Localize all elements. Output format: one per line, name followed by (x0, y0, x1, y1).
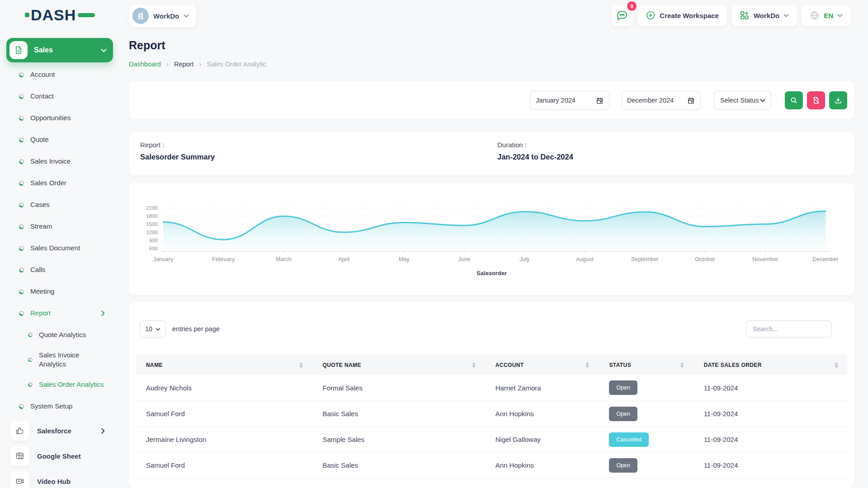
sidebar-app-salesforce[interactable]: Salesforce (6, 418, 113, 443)
google-sheet-tile (10, 446, 30, 466)
table-header-row: NAME QUOTE NAME ACCOUNT STATUS DATE SALE… (136, 355, 847, 375)
sidebar-section-sales[interactable]: Sales (6, 38, 113, 62)
salesorder-chart-card: 2100180015001200900600JanuaryFebruaryMar… (129, 183, 854, 295)
report-value: Salesorder Summary (140, 153, 215, 161)
svg-text:August: August (576, 256, 594, 263)
bullet-icon (19, 116, 24, 121)
sidebar-item-contact[interactable]: Contact (6, 85, 113, 107)
column-header-name[interactable]: NAME (136, 355, 312, 375)
breadcrumb-current: Sales Order Analytic (207, 61, 266, 68)
table-row[interactable]: Jermaine Livingston Sample Sales Nigel G… (136, 427, 847, 452)
end-month-input[interactable]: December 2024 (621, 91, 701, 110)
svg-text:April: April (338, 256, 349, 263)
breadcrumb-report[interactable]: Report (174, 61, 194, 68)
sidebar-item-sales-order-analytics[interactable]: Sales Order Analytics (6, 374, 113, 395)
sort-icon[interactable] (472, 362, 476, 368)
chevron-down-icon (783, 14, 789, 17)
apply-filter-button[interactable] (785, 91, 803, 109)
app-logo: DASH (25, 7, 95, 23)
sidebar-item-quote-analytics[interactable]: Quote Analytics (6, 324, 113, 346)
column-header-account[interactable]: ACCOUNT (485, 355, 599, 375)
column-header-quote-name[interactable]: QUOTE NAME (312, 355, 485, 375)
bullet-icon (28, 357, 33, 362)
sidebar-item-report[interactable]: Report (6, 302, 113, 324)
video-camera-icon (15, 477, 24, 486)
sort-icon[interactable] (585, 362, 589, 368)
breadcrumb: Dashboard › Report › Sales Order Analyti… (129, 60, 266, 68)
sidebar-app-google-sheet[interactable]: Google Sheet (6, 443, 113, 469)
salesorder-area-chart[interactable]: 2100180015001200900600JanuaryFebruaryMar… (140, 201, 844, 269)
sidebar-item-account[interactable]: Account (6, 64, 113, 85)
bullet-icon (19, 289, 24, 294)
start-month-input[interactable]: January 2024 (530, 91, 609, 110)
chevron-down-icon (760, 99, 765, 102)
bullet-icon (19, 311, 24, 316)
sidebar-item-opportunities[interactable]: Opportunities (6, 107, 113, 129)
chat-bubble-icon (616, 9, 628, 21)
table-search-input[interactable] (746, 320, 832, 338)
sidebar-item-sales-invoice[interactable]: Sales Invoice (6, 150, 113, 172)
sort-icon[interactable] (299, 362, 303, 368)
svg-text:February: February (212, 256, 235, 263)
sidebar-item-quote[interactable]: Quote (6, 129, 113, 150)
entries-per-page-select[interactable]: 10 (140, 320, 166, 338)
grid-plus-icon (740, 10, 750, 20)
bullet-icon (19, 246, 24, 251)
bullet-icon (19, 181, 24, 186)
svg-text:1200: 1200 (146, 230, 158, 235)
logo-dot (25, 13, 29, 17)
duration-value: Jan-2024 to Dec-2024 (497, 153, 573, 161)
status-badge: Open (609, 380, 637, 395)
bullet-icon (19, 137, 24, 142)
sidebar-section-label: Sales (34, 46, 101, 54)
sidebar-item-sales-document[interactable]: Sales Document (6, 237, 113, 259)
svg-text:600: 600 (149, 246, 158, 251)
workspace-avatar (132, 8, 149, 24)
sort-icon[interactable] (680, 362, 684, 368)
sidebar-app-video-hub[interactable]: Video Hub (6, 469, 113, 488)
svg-text:2100: 2100 (146, 205, 158, 211)
messages-badge: 0 (627, 1, 637, 11)
breadcrumb-separator: › (166, 60, 169, 68)
sort-icon[interactable] (835, 362, 838, 368)
reset-filter-button[interactable] (807, 91, 825, 109)
status-select[interactable]: Select Status (714, 91, 771, 110)
breadcrumb-dashboard[interactable]: Dashboard (129, 61, 161, 68)
sidebar-item-calls[interactable]: Calls (6, 259, 113, 281)
table-row[interactable]: Samuel Ford Basic Sales Ann Hopkins Open… (136, 452, 847, 478)
sidebar-item-sales-invoice-analytics[interactable]: Sales Invoice Analytics (6, 346, 113, 374)
sidebar-item-system-setup[interactable]: System Setup (6, 395, 113, 417)
logo-bar (78, 13, 95, 17)
workspace-selector[interactable]: WorkDo (129, 5, 196, 27)
bullet-icon (19, 404, 24, 409)
column-header-date-sales-order[interactable]: DATE SALES ORDER (693, 355, 847, 375)
table-row[interactable]: Samuel Ford Basic Sales Ann Hopkins Open… (136, 401, 847, 427)
thumbs-up-icon (15, 426, 24, 435)
bullet-icon (28, 333, 33, 337)
report-label: Report : (140, 141, 215, 149)
sales-doc-tile (9, 41, 28, 59)
search-icon (790, 96, 798, 104)
download-button[interactable] (829, 91, 847, 109)
table-row[interactable]: Audrey Nichols Formal Sales Harriet Zamo… (136, 375, 847, 401)
column-header-status[interactable]: STATUS (598, 355, 693, 375)
sidebar-item-cases[interactable]: Cases (6, 194, 113, 216)
video-hub-tile (10, 471, 30, 488)
language-label: EN (824, 12, 833, 19)
workdo-menu-label: WorkDo (754, 12, 779, 19)
language-selector[interactable]: EN (802, 5, 851, 26)
create-workspace-button[interactable]: Create Workspace (637, 5, 727, 26)
svg-text:July: July (519, 256, 530, 263)
messages-button[interactable]: 0 (611, 5, 633, 26)
chevron-right-icon (101, 428, 105, 434)
duration-label: Duration : (497, 141, 573, 149)
logo-text: DASH (31, 7, 76, 23)
sidebar-item-stream[interactable]: Stream (6, 216, 113, 237)
workdo-menu-button[interactable]: WorkDo (731, 5, 797, 26)
bullet-icon (19, 224, 24, 229)
chart-x-title: Salesorder (129, 270, 854, 277)
create-workspace-label: Create Workspace (660, 12, 719, 19)
svg-text:December: December (812, 256, 839, 263)
sidebar-item-sales-order[interactable]: Sales Order (6, 172, 113, 194)
sidebar-item-meeting[interactable]: Meeting (6, 281, 113, 302)
